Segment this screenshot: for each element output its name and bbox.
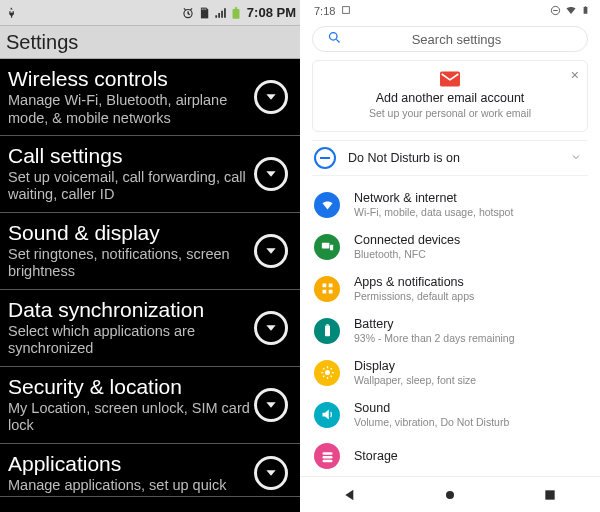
item-subtitle: My Location, screen unlock, SIM card loc… [8,400,250,435]
search-icon [327,30,342,49]
dnd-label: Do Not Disturb is on [348,151,558,165]
svg-point-21 [446,491,454,499]
signal-icon [213,6,227,20]
svg-point-17 [325,370,330,375]
card-title: Add another email account [325,91,575,105]
item-title: Connected devices [354,233,584,247]
svg-rect-22 [545,490,554,499]
chevron-down-icon [254,80,288,114]
dnd-icon [314,147,336,169]
svg-rect-15 [325,326,330,337]
settings-item[interactable]: Display Wallpaper, sleep, font size [312,352,588,393]
settings-item[interactable]: Wireless controls Manage Wi-Fi, Bluetoot… [0,59,300,136]
svg-rect-14 [328,290,332,294]
svg-point-7 [330,32,338,40]
svg-rect-11 [322,284,326,288]
recents-button[interactable] [542,487,558,503]
settings-item[interactable]: Connected devices Bluetooth, NFC [312,226,588,267]
search-settings[interactable]: Search settings [312,26,588,52]
item-subtitle: Permissions, default apps [354,290,584,302]
screenshot-icon [341,5,351,17]
settings-item[interactable]: Sound & display Set ringtones, notificat… [0,213,300,290]
devices-icon [314,234,340,260]
chevron-down-icon [254,157,288,191]
svg-rect-16 [326,324,329,325]
item-subtitle: Set up voicemail, call forwarding, call … [8,169,250,204]
status-bar: 7:08 PM [0,0,300,26]
item-title: Applications [8,452,250,476]
svg-rect-9 [321,243,329,249]
settings-item[interactable]: Battery 93% - More than 2 days remaining [312,310,588,351]
apps-icon [314,276,340,302]
item-subtitle: Manage applications, set up quick [8,477,250,494]
item-subtitle: Manage Wi-Fi, Bluetooth, airplane mode, … [8,92,250,127]
usb-icon [4,6,18,20]
battery-icon [229,6,243,20]
sd-icon [197,6,211,20]
svg-rect-19 [322,455,332,458]
settings-item[interactable]: Sound Volume, vibration, Do Not Disturb [312,394,588,435]
wifi-icon [565,4,577,18]
item-title: Sound [354,401,584,415]
status-bar: 7:18 [300,0,600,22]
svg-rect-1 [232,8,239,18]
svg-rect-6 [585,6,587,7]
settings-list: Network & internet Wi-Fi, mobile, data u… [312,184,588,476]
mail-icon [440,71,460,87]
svg-rect-5 [584,7,588,14]
close-icon[interactable]: × [571,67,579,83]
settings-item[interactable]: Apps & notifications Permissions, defaul… [312,268,588,309]
back-button[interactable] [342,487,358,503]
svg-rect-12 [328,284,332,288]
status-time: 7:08 PM [247,5,296,20]
svg-rect-2 [235,7,237,9]
item-title: Data synchronization [8,298,250,322]
navigation-bar [300,476,600,512]
suggestion-card[interactable]: × Add another email account Set up your … [312,60,588,132]
sound-icon [314,402,340,428]
item-title: Battery [354,317,584,331]
item-subtitle: Set ringtones, notifications, screen bri… [8,246,250,281]
item-subtitle: Wi-Fi, mobile, data usage, hotspot [354,206,584,218]
chevron-down-icon [254,311,288,345]
old-android-screen: 7:08 PM Settings Wireless controls Manag… [0,0,300,512]
svg-rect-10 [330,245,333,251]
alarm-icon [181,6,195,20]
item-subtitle: Wallpaper, sleep, font size [354,374,584,386]
settings-item[interactable]: Storage [312,436,588,476]
battery-icon [581,4,590,18]
item-title: Apps & notifications [354,275,584,289]
item-title: Wireless controls [8,67,250,91]
settings-item[interactable]: Security & location My Location, screen … [0,367,300,444]
page-title: Settings [0,26,300,59]
status-time: 7:18 [314,5,335,17]
battery-icon [314,318,340,344]
chevron-down-icon [254,234,288,268]
storage-icon [314,443,340,469]
dnd-status-icon [550,5,561,18]
wifi-icon [314,192,340,218]
item-title: Security & location [8,375,250,399]
settings-item[interactable]: Network & internet Wi-Fi, mobile, data u… [312,184,588,225]
settings-item[interactable]: Applications Manage applications, set up… [0,444,300,498]
search-placeholder: Search settings [360,32,573,47]
modern-android-screen: 7:18 Search settings × [300,0,600,512]
svg-rect-20 [322,459,332,462]
item-subtitle: 93% - More than 2 days remaining [354,332,584,344]
item-title: Storage [354,449,584,463]
item-subtitle: Select which applications are synchroniz… [8,323,250,358]
settings-item[interactable]: Call settings Set up voicemail, call for… [0,136,300,213]
svg-rect-3 [343,7,350,14]
item-title: Network & internet [354,191,584,205]
chevron-down-icon [570,149,582,167]
home-button[interactable] [442,487,458,503]
settings-item[interactable]: Data synchronization Select which applic… [0,290,300,367]
dnd-banner[interactable]: Do Not Disturb is on [312,140,588,176]
item-subtitle: Bluetooth, NFC [354,248,584,260]
item-title: Sound & display [8,221,250,245]
card-subtitle: Set up your personal or work email [325,107,575,119]
display-icon [314,360,340,386]
item-title: Call settings [8,144,250,168]
svg-rect-18 [322,452,332,455]
svg-rect-13 [322,290,326,294]
